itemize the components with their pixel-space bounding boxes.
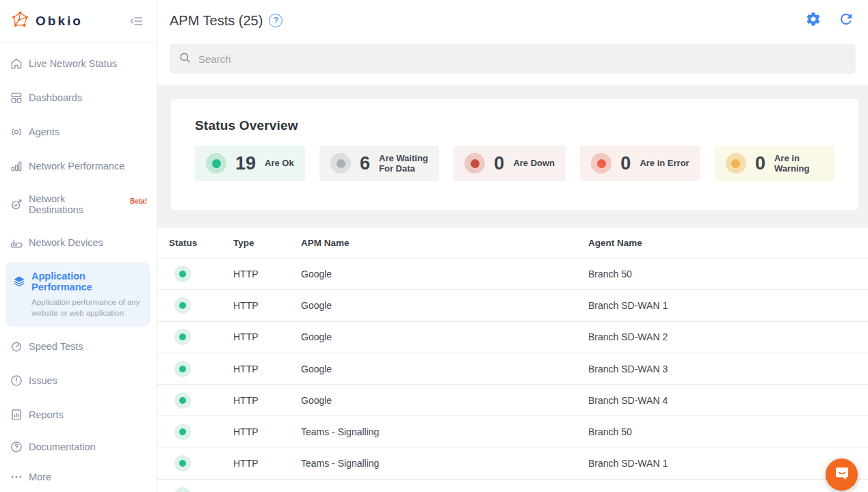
bar-chart-icon [10,159,23,173]
cell-status [169,266,233,282]
help-icon[interactable]: ? [269,14,282,27]
status-card-error[interactable]: 0 Are in Error [580,146,700,181]
home-icon [10,57,23,70]
cell-apm-name: Google [301,395,588,406]
brand-logo[interactable]: Obkio [11,10,83,31]
sidebar-item-dashboards[interactable]: Dashboards [0,81,157,115]
table-row[interactable]: HTTP Google Branch SD-WAN 1 [157,290,868,321]
cell-apm-name: Teams - Signalling [301,426,588,437]
cell-agent-name: Branch SD-WAN 2 [588,331,868,342]
row-status-dot [174,487,191,492]
page-title: APM Tests (25) [170,13,263,29]
status-overview-title: Status Overview [195,118,834,133]
warning-status-dot [726,153,746,174]
chat-bubble-icon [833,465,851,485]
layers-icon [12,275,26,288]
sidebar-item-agents[interactable]: Agents [0,115,157,149]
topbar: APM Tests (25) ? [157,0,868,85]
cell-apm-name: Teams - Signalling [301,458,588,469]
waiting-label: Are Waiting For Data [379,153,428,174]
status-card-warning[interactable]: 0 Are in Warning [715,146,834,181]
chat-launcher[interactable] [826,459,858,491]
status-card-ok[interactable]: 19 Are Ok [195,146,305,181]
cell-type: HTTP [233,426,301,437]
row-status-dot [174,392,191,409]
beta-badge: Beta! [130,197,147,205]
table-row[interactable]: HTTP Google Branch SD-WAN 3 [157,353,868,385]
sidebar-item-network-destinations[interactable]: Network Destinations Beta! [0,183,157,226]
status-overview-card: Status Overview 19 Are Ok 6 Are Waiting … [171,99,858,210]
report-icon [10,408,23,422]
sidebar-item-description: Application performance of any website o… [31,297,141,318]
sidebar-item-network-devices[interactable]: Network Devices [0,226,157,260]
table-row[interactable] [157,480,868,492]
row-status-dot [174,455,191,472]
overview-section: Status Overview 19 Are Ok 6 Are Waiting … [157,85,868,228]
cell-type: HTTP [233,269,301,279]
sidebar-item-speed-tests[interactable]: Speed Tests [0,329,157,364]
table-body: HTTP Google Branch 50 HTTP Google Branch… [157,258,868,492]
cell-type: HTTP [233,364,301,374]
cell-status [169,455,233,472]
cell-status [169,392,233,409]
ok-label: Are Ok [265,158,294,168]
table-row[interactable]: HTTP Teams - Signalling Branch 50 [157,416,868,448]
warning-label: Are in Warning [774,153,824,174]
sidebar-item-label: Reports [29,409,64,420]
cell-agent-name: Branch SD-WAN 3 [588,364,868,374]
settings-gear-icon[interactable] [805,11,821,30]
cell-apm-name: Google [301,269,588,279]
sidebar-item-label: Speed Tests [29,341,83,352]
agents-icon [10,125,23,139]
sidebar-item-label: Issues [29,375,57,386]
row-status-dot [174,361,191,377]
down-label: Are Down [513,158,555,168]
table-row[interactable]: HTTP Teams - Signalling Branch SD-WAN 1 [157,448,868,480]
table-row[interactable]: HTTP Google Branch SD-WAN 4 [157,385,868,416]
column-header-agent-name: Agent Name [588,238,868,248]
help-circle-icon [10,440,23,454]
status-card-down[interactable]: 0 Are Down [453,146,566,181]
app-root: Obkio Live Network Status Dashboards [0,0,868,492]
refresh-icon[interactable] [838,11,854,30]
sidebar-item-more[interactable]: More [0,462,157,492]
row-status-dot [174,329,191,345]
cell-apm-name: Google [301,300,588,311]
cell-type: HTTP [233,458,301,469]
sidebar: Obkio Live Network Status Dashboards [0,0,157,492]
sidebar-item-label: Network Performance [29,161,124,172]
sidebar-item-live-network-status[interactable]: Live Network Status [0,46,157,81]
table-row[interactable]: HTTP Google Branch SD-WAN 2 [157,322,868,353]
sidebar-item-issues[interactable]: Issues [0,364,157,398]
cell-apm-name: Google [301,331,588,342]
table-row[interactable]: HTTP Google Branch 50 [157,258,868,290]
sidebar-item-documentation[interactable]: Documentation [0,432,157,462]
sidebar-item-label: Application Performance [31,271,144,292]
search-input[interactable] [198,53,847,65]
error-count: 0 [620,153,631,174]
cell-type: HTTP [233,395,301,406]
sidebar-item-label: Agents [29,126,60,137]
speedometer-icon [10,340,23,353]
table-header-row: Status Type APM Name Agent Name [157,228,868,258]
column-header-type: Type [233,238,301,248]
ellipsis-icon [10,470,23,484]
alert-circle-icon [10,374,23,387]
brand-name: Obkio [36,14,83,29]
collapse-sidebar-icon[interactable] [129,14,144,29]
sidebar-item-network-performance[interactable]: Network Performance [0,149,157,183]
cell-agent-name: Branch SD-WAN 4 [588,395,868,406]
waiting-status-dot [330,153,351,174]
waiting-count: 6 [360,153,370,174]
destinations-icon [10,197,23,211]
router-icon [10,236,23,249]
sidebar-item-application-performance[interactable]: Application Performance Application perf… [5,262,150,327]
row-status-dot [174,424,191,440]
status-card-waiting[interactable]: 6 Are Waiting For Data [319,146,439,181]
ok-count: 19 [235,153,256,174]
cell-agent-name: Branch 50 [588,269,868,279]
search-bar [170,44,856,74]
cell-apm-name: Google [301,364,588,374]
down-count: 0 [494,153,504,174]
sidebar-item-reports[interactable]: Reports [0,398,157,432]
